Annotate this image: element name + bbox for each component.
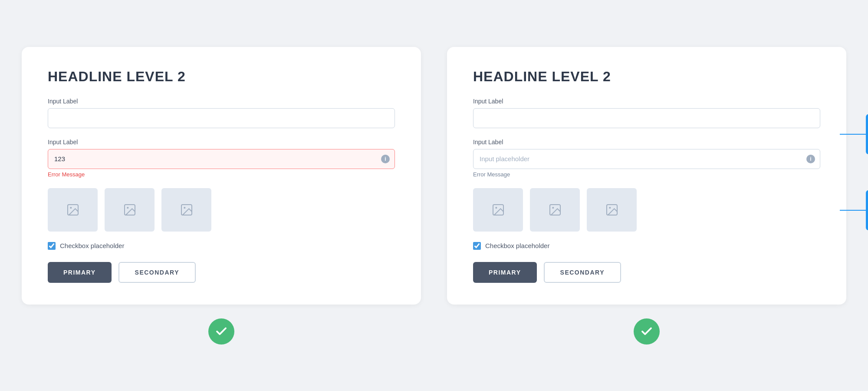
right-input-label-2: Input Label bbox=[473, 139, 820, 146]
left-input-group-1: Input Label bbox=[48, 98, 395, 128]
left-input-group-2: Input Label i Error Message bbox=[48, 139, 395, 178]
left-checkbox[interactable] bbox=[48, 242, 56, 250]
right-input-field-2[interactable] bbox=[473, 149, 820, 169]
right-image-2[interactable] bbox=[530, 188, 580, 232]
left-headline: HEADLINE LEVEL 2 bbox=[48, 69, 395, 85]
left-image-3[interactable] bbox=[161, 188, 211, 232]
info-icon-left[interactable]: i bbox=[381, 155, 390, 163]
page-wrapper: HEADLINE LEVEL 2 Input Label Input Label… bbox=[22, 47, 846, 345]
right-image-icon-2 bbox=[548, 203, 562, 217]
right-checkbox[interactable] bbox=[473, 242, 481, 250]
left-secondary-button[interactable]: SECONDARY bbox=[118, 262, 196, 283]
image-icon-2 bbox=[123, 203, 137, 217]
left-checkbox-label: Checkbox placeholder bbox=[60, 242, 124, 249]
svg-point-11 bbox=[609, 207, 611, 209]
image-icon-1 bbox=[66, 203, 80, 217]
left-input-label-2: Input Label bbox=[48, 139, 395, 146]
right-image-icon-1 bbox=[491, 203, 505, 217]
image-icon-3 bbox=[180, 203, 194, 217]
svg-point-5 bbox=[184, 207, 185, 209]
right-primary-button[interactable]: PRIMARY bbox=[473, 262, 537, 283]
svg-point-1 bbox=[70, 207, 72, 209]
right-card: HEADLINE LEVEL 2 Input Label Input Label… bbox=[447, 47, 846, 305]
left-image-grid bbox=[48, 188, 395, 232]
right-input-wrapper-2: i bbox=[473, 149, 820, 169]
svg-point-9 bbox=[552, 207, 554, 209]
right-checkbox-group: Checkbox placeholder bbox=[473, 242, 820, 250]
left-checkbox-group: Checkbox placeholder bbox=[48, 242, 395, 250]
right-check-circle bbox=[634, 318, 660, 345]
right-headline: HEADLINE LEVEL 2 bbox=[473, 69, 820, 85]
right-check-icon bbox=[640, 325, 653, 338]
right-image-grid bbox=[473, 188, 820, 232]
left-check-icon bbox=[215, 325, 228, 338]
left-image-1[interactable] bbox=[48, 188, 98, 232]
left-primary-button[interactable]: PRIMARY bbox=[48, 262, 112, 283]
right-secondary-button[interactable]: SECONDARY bbox=[544, 262, 621, 283]
left-card: HEADLINE LEVEL 2 Input Label Input Label… bbox=[22, 47, 421, 305]
right-checkbox-label: Checkbox placeholder bbox=[485, 242, 549, 249]
left-check-circle bbox=[208, 318, 234, 345]
svg-point-7 bbox=[495, 207, 497, 209]
left-input-label-1: Input Label bbox=[48, 98, 395, 105]
right-column: HEADLINE LEVEL 2 Input Label Input Label… bbox=[447, 47, 846, 345]
left-input-field-2[interactable] bbox=[48, 149, 395, 169]
right-input-field-1[interactable] bbox=[473, 108, 820, 128]
svg-point-3 bbox=[127, 207, 128, 209]
right-input-group-2: Input Label i Error Message bbox=[473, 139, 820, 178]
right-image-3[interactable] bbox=[587, 188, 637, 232]
right-error-message: Error Message bbox=[473, 171, 820, 178]
right-input-group-1: Input Label bbox=[473, 98, 820, 128]
right-image-1[interactable] bbox=[473, 188, 523, 232]
left-error-message: Error Message bbox=[48, 171, 395, 178]
right-image-icon-3 bbox=[605, 203, 619, 217]
tooltip-box-2: On click the finder dialog findow should… bbox=[866, 190, 868, 230]
left-input-field-1[interactable] bbox=[48, 108, 395, 128]
right-card-container: HEADLINE LEVEL 2 Input Label Input Label… bbox=[447, 47, 846, 305]
info-icon-right[interactable]: i bbox=[806, 155, 815, 163]
left-button-group: PRIMARY SECONDARY bbox=[48, 262, 395, 283]
left-input-wrapper-2: i bbox=[48, 149, 395, 169]
left-image-2[interactable] bbox=[105, 188, 155, 232]
tooltip-box-1: On hover tooltip with information messag… bbox=[866, 114, 868, 154]
left-column: HEADLINE LEVEL 2 Input Label Input Label… bbox=[22, 47, 421, 345]
right-button-group: PRIMARY SECONDARY bbox=[473, 262, 820, 283]
right-input-label-1: Input Label bbox=[473, 98, 820, 105]
